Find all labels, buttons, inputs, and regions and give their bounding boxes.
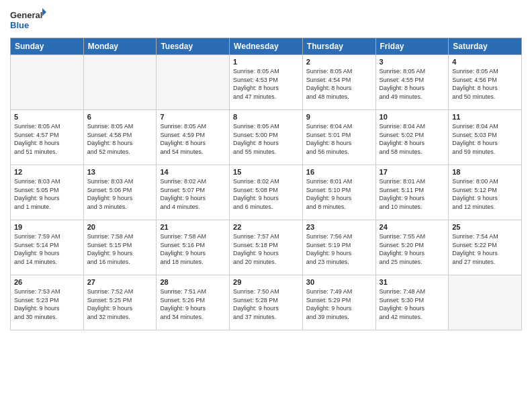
cell-info: Sunrise: 7:54 AM Sunset: 5:22 PM Dayligh… <box>452 232 518 266</box>
week-row-3: 19Sunrise: 7:59 AM Sunset: 5:14 PM Dayli… <box>11 220 522 275</box>
cell-date: 8 <box>233 113 299 121</box>
week-row-1: 5Sunrise: 8:05 AM Sunset: 4:57 PM Daylig… <box>11 110 522 165</box>
cell-info: Sunrise: 7:49 AM Sunset: 5:29 PM Dayligh… <box>306 287 372 321</box>
calendar-cell: 18Sunrise: 8:00 AM Sunset: 5:12 PM Dayli… <box>449 165 522 220</box>
cell-info: Sunrise: 7:57 AM Sunset: 5:18 PM Dayligh… <box>233 232 299 266</box>
cell-info: Sunrise: 8:05 AM Sunset: 5:00 PM Dayligh… <box>233 122 299 156</box>
header: General Blue <box>10 7 522 32</box>
cell-info: Sunrise: 8:01 AM Sunset: 5:11 PM Dayligh… <box>380 177 445 211</box>
cell-date: 18 <box>452 168 518 176</box>
weekday-tuesday: Tuesday <box>157 38 230 55</box>
cell-info: Sunrise: 7:51 AM Sunset: 5:26 PM Dayligh… <box>160 287 226 321</box>
cell-info: Sunrise: 8:05 AM Sunset: 4:57 PM Dayligh… <box>14 122 80 156</box>
cell-date: 3 <box>380 58 445 66</box>
cell-info: Sunrise: 7:55 AM Sunset: 5:20 PM Dayligh… <box>380 232 445 266</box>
cell-info: Sunrise: 8:02 AM Sunset: 5:08 PM Dayligh… <box>233 177 299 211</box>
calendar-cell <box>449 275 522 330</box>
calendar-cell: 30Sunrise: 7:49 AM Sunset: 5:29 PM Dayli… <box>302 275 375 330</box>
cell-date: 11 <box>452 113 518 121</box>
cell-info: Sunrise: 8:05 AM Sunset: 4:56 PM Dayligh… <box>452 67 518 101</box>
cell-info: Sunrise: 7:48 AM Sunset: 5:30 PM Dayligh… <box>380 287 445 321</box>
calendar-cell: 20Sunrise: 7:58 AM Sunset: 5:15 PM Dayli… <box>83 220 157 275</box>
cell-date: 31 <box>380 278 445 286</box>
calendar-cell: 31Sunrise: 7:48 AM Sunset: 5:30 PM Dayli… <box>375 275 449 330</box>
week-row-2: 12Sunrise: 8:03 AM Sunset: 5:05 PM Dayli… <box>11 165 522 220</box>
weekday-friday: Friday <box>375 38 449 55</box>
cell-date: 28 <box>160 278 226 286</box>
calendar-cell: 4Sunrise: 8:05 AM Sunset: 4:56 PM Daylig… <box>449 55 522 110</box>
cell-info: Sunrise: 7:50 AM Sunset: 5:28 PM Dayligh… <box>233 287 299 321</box>
calendar-cell: 15Sunrise: 8:02 AM Sunset: 5:08 PM Dayli… <box>230 165 303 220</box>
calendar-cell: 11Sunrise: 8:04 AM Sunset: 5:03 PM Dayli… <box>449 110 522 165</box>
cell-date: 12 <box>14 168 80 176</box>
cell-date: 1 <box>233 58 299 66</box>
calendar-cell: 2Sunrise: 8:05 AM Sunset: 4:54 PM Daylig… <box>302 55 375 110</box>
calendar-cell: 12Sunrise: 8:03 AM Sunset: 5:05 PM Dayli… <box>11 165 84 220</box>
cell-info: Sunrise: 8:03 AM Sunset: 5:05 PM Dayligh… <box>14 177 80 211</box>
calendar-cell <box>11 55 84 110</box>
cell-info: Sunrise: 8:01 AM Sunset: 5:10 PM Dayligh… <box>306 177 372 211</box>
cell-date: 23 <box>306 223 372 231</box>
weekday-thursday: Thursday <box>302 38 375 55</box>
cell-date: 15 <box>233 168 299 176</box>
weekday-saturday: Saturday <box>449 38 522 55</box>
calendar-cell: 16Sunrise: 8:01 AM Sunset: 5:10 PM Dayli… <box>302 165 375 220</box>
cell-info: Sunrise: 8:04 AM Sunset: 5:01 PM Dayligh… <box>306 122 372 156</box>
cell-date: 22 <box>233 223 299 231</box>
cell-info: Sunrise: 7:52 AM Sunset: 5:25 PM Dayligh… <box>87 287 153 321</box>
calendar-cell: 27Sunrise: 7:52 AM Sunset: 5:25 PM Dayli… <box>83 275 157 330</box>
cell-info: Sunrise: 7:58 AM Sunset: 5:15 PM Dayligh… <box>87 232 153 266</box>
calendar-cell: 7Sunrise: 8:05 AM Sunset: 4:59 PM Daylig… <box>157 110 230 165</box>
cell-date: 27 <box>87 278 153 286</box>
svg-text:Blue: Blue <box>10 20 29 30</box>
cell-date: 16 <box>306 168 372 176</box>
week-row-0: 1Sunrise: 8:05 AM Sunset: 4:53 PM Daylig… <box>11 55 522 110</box>
cell-date: 4 <box>452 58 518 66</box>
weekday-sunday: Sunday <box>11 38 84 55</box>
cell-info: Sunrise: 8:04 AM Sunset: 5:02 PM Dayligh… <box>380 122 445 156</box>
cell-date: 29 <box>233 278 299 286</box>
cell-info: Sunrise: 8:00 AM Sunset: 5:12 PM Dayligh… <box>452 177 518 211</box>
week-row-4: 26Sunrise: 7:53 AM Sunset: 5:23 PM Dayli… <box>11 275 522 330</box>
cell-info: Sunrise: 7:58 AM Sunset: 5:16 PM Dayligh… <box>160 232 226 266</box>
cell-info: Sunrise: 7:59 AM Sunset: 5:14 PM Dayligh… <box>14 232 80 266</box>
calendar-cell: 25Sunrise: 7:54 AM Sunset: 5:22 PM Dayli… <box>449 220 522 275</box>
calendar-cell: 29Sunrise: 7:50 AM Sunset: 5:28 PM Dayli… <box>230 275 303 330</box>
cell-date: 21 <box>160 223 226 231</box>
calendar-cell: 17Sunrise: 8:01 AM Sunset: 5:11 PM Dayli… <box>375 165 449 220</box>
cell-info: Sunrise: 8:05 AM Sunset: 4:55 PM Dayligh… <box>380 67 445 101</box>
logo-svg: General Blue <box>10 7 47 32</box>
calendar-cell: 8Sunrise: 8:05 AM Sunset: 5:00 PM Daylig… <box>230 110 303 165</box>
weekday-monday: Monday <box>83 38 157 55</box>
calendar-cell: 24Sunrise: 7:55 AM Sunset: 5:20 PM Dayli… <box>375 220 449 275</box>
cell-info: Sunrise: 7:53 AM Sunset: 5:23 PM Dayligh… <box>14 287 80 321</box>
calendar-cell: 9Sunrise: 8:04 AM Sunset: 5:01 PM Daylig… <box>302 110 375 165</box>
cell-date: 14 <box>160 168 226 176</box>
calendar-cell: 21Sunrise: 7:58 AM Sunset: 5:16 PM Dayli… <box>157 220 230 275</box>
cell-date: 10 <box>380 113 445 121</box>
cell-date: 7 <box>160 113 226 121</box>
cell-date: 17 <box>380 168 445 176</box>
svg-marker-2 <box>42 8 46 16</box>
cell-info: Sunrise: 8:05 AM Sunset: 4:53 PM Dayligh… <box>233 67 299 101</box>
calendar-cell: 3Sunrise: 8:05 AM Sunset: 4:55 PM Daylig… <box>375 55 449 110</box>
cell-info: Sunrise: 8:05 AM Sunset: 4:54 PM Dayligh… <box>306 67 372 101</box>
cell-info: Sunrise: 8:05 AM Sunset: 4:59 PM Dayligh… <box>160 122 226 156</box>
cell-date: 20 <box>87 223 153 231</box>
cell-date: 2 <box>306 58 372 66</box>
calendar-table: SundayMondayTuesdayWednesdayThursdayFrid… <box>10 38 522 330</box>
svg-text:General: General <box>10 10 42 20</box>
calendar-cell <box>157 55 230 110</box>
cell-info: Sunrise: 7:56 AM Sunset: 5:19 PM Dayligh… <box>306 232 372 266</box>
calendar-cell: 14Sunrise: 8:02 AM Sunset: 5:07 PM Dayli… <box>157 165 230 220</box>
calendar-cell: 19Sunrise: 7:59 AM Sunset: 5:14 PM Dayli… <box>11 220 84 275</box>
calendar-cell: 1Sunrise: 8:05 AM Sunset: 4:53 PM Daylig… <box>230 55 303 110</box>
calendar-cell: 28Sunrise: 7:51 AM Sunset: 5:26 PM Dayli… <box>157 275 230 330</box>
cell-date: 25 <box>452 223 518 231</box>
cell-date: 5 <box>14 113 80 121</box>
weekday-header-row: SundayMondayTuesdayWednesdayThursdayFrid… <box>11 38 522 55</box>
calendar-cell: 22Sunrise: 7:57 AM Sunset: 5:18 PM Dayli… <box>230 220 303 275</box>
cell-info: Sunrise: 8:03 AM Sunset: 5:06 PM Dayligh… <box>87 177 153 211</box>
calendar-cell: 5Sunrise: 8:05 AM Sunset: 4:57 PM Daylig… <box>11 110 84 165</box>
cell-date: 19 <box>14 223 80 231</box>
